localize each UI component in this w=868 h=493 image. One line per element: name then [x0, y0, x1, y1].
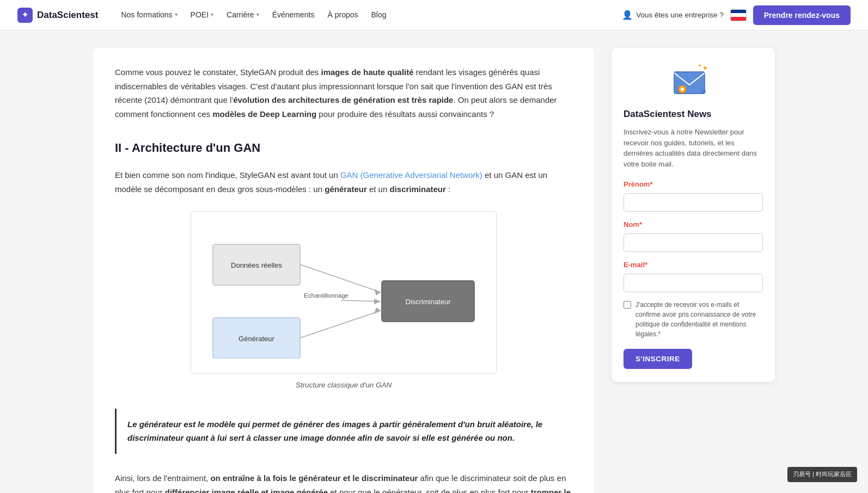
- svg-text:Echantillonnage: Echantillonnage: [304, 292, 349, 299]
- svg-text:✦: ✦: [698, 63, 702, 69]
- section2-heading: II - Architecture d'un GAN: [115, 138, 572, 157]
- newsletter-card: ✦ ✦ ⚙ DataScientest News Inscrivez-vous …: [612, 48, 775, 382]
- gan-link[interactable]: GAN (Generative Adversiarial Network): [340, 170, 482, 180]
- nav-item-blog[interactable]: Blog: [366, 4, 392, 25]
- main-content: Comme vous pouvez le constater, StyleGAN…: [93, 48, 594, 493]
- svg-marker-9: [374, 307, 381, 314]
- newsletter-icon: ✦ ✦ ⚙: [671, 61, 715, 99]
- cta-button[interactable]: Prendre rendez-vous: [753, 5, 851, 25]
- enterprise-link[interactable]: 👤 Vous êtes une entreprise ?: [622, 8, 724, 22]
- newsletter-title: DataScientest News: [624, 107, 763, 121]
- svg-marker-7: [374, 289, 381, 295]
- body-paragraph-1: Ainsi, lors de l'entraiment, on entraîne…: [115, 471, 572, 493]
- diagram-caption: Structure classique d'un GAN: [296, 379, 392, 391]
- enterprise-icon: 👤: [622, 8, 633, 22]
- consent-label: J'accepte de recevoir vos e-mails et con…: [635, 300, 763, 339]
- prenom-input[interactable]: [624, 193, 763, 212]
- nom-label: Nom*: [624, 219, 763, 231]
- nom-field: Nom*: [624, 219, 763, 252]
- consent-checkbox[interactable]: [624, 301, 631, 309]
- email-field: E-mail*: [624, 260, 763, 292]
- section2-intro: Et bien comme son nom l'indique, StyleGA…: [115, 168, 572, 196]
- navbar: ✦ DataScientest Nos formations ▾ POEI ▾ …: [0, 0, 868, 30]
- email-input[interactable]: [624, 274, 763, 292]
- prenom-label: Prénom*: [624, 179, 763, 190]
- quote-block: Le générateur est le modèle qui permet d…: [115, 409, 572, 454]
- svg-text:Données réelles: Données réelles: [231, 261, 282, 269]
- svg-point-17: [681, 88, 684, 91]
- logo[interactable]: ✦ DataScientest: [17, 8, 98, 23]
- page-wrapper: Comme vous pouvez le constater, StyleGAN…: [80, 30, 788, 493]
- nav-item-carriere[interactable]: Carrière ▾: [221, 4, 265, 25]
- svg-marker-11: [374, 299, 381, 304]
- chevron-down-icon: ▾: [211, 10, 213, 19]
- chevron-down-icon: ▾: [175, 10, 178, 19]
- nav-right: 👤 Vous êtes une entreprise ? Prendre ren…: [622, 5, 851, 25]
- language-flag[interactable]: [730, 9, 747, 21]
- newsletter-icon-row: ✦ ✦ ⚙: [624, 61, 763, 99]
- quote-text: Le générateur est le modèle qui permet d…: [127, 417, 561, 445]
- nom-input[interactable]: [624, 233, 763, 252]
- nav-item-formations[interactable]: Nos formations ▾: [115, 4, 182, 25]
- subscribe-button[interactable]: S'INSCRIRE: [624, 349, 692, 369]
- diagram-container: Données réelles Générateur Discriminateu…: [115, 211, 572, 391]
- svg-text:⚙: ⚙: [701, 89, 706, 95]
- logo-text: DataScientest: [37, 8, 98, 22]
- nav-links: Nos formations ▾ POEI ▾ Carrière ▾ Événe…: [115, 4, 622, 25]
- logo-icon: ✦: [17, 8, 33, 23]
- nav-item-poei[interactable]: POEI ▾: [185, 4, 219, 25]
- svg-line-8: [300, 311, 381, 338]
- intro-paragraph: Comme vous pouvez le constater, StyleGAN…: [115, 65, 572, 121]
- email-label: E-mail*: [624, 260, 763, 271]
- diagram-svg: Données réelles Générateur Discriminateu…: [191, 211, 497, 374]
- bottom-badge: 刃易号 | 时尚玩家岳叵: [787, 467, 857, 482]
- prenom-field: Prénom*: [624, 179, 763, 212]
- newsletter-description: Inscrivez-vous à notre Newsletter pour r…: [624, 127, 763, 169]
- nav-item-apropos[interactable]: À propos: [322, 4, 363, 25]
- consent-row: J'accepte de recevoir vos e-mails et con…: [624, 300, 763, 339]
- nav-item-evenements[interactable]: Événements: [267, 4, 320, 25]
- svg-line-6: [300, 264, 381, 292]
- svg-text:Discriminateur: Discriminateur: [405, 298, 451, 306]
- svg-text:✦: ✦: [702, 64, 708, 72]
- chevron-down-icon: ▾: [256, 10, 259, 19]
- svg-text:Générateur: Générateur: [239, 335, 274, 343]
- sidebar: ✦ ✦ ⚙ DataScientest News Inscrivez-vous …: [612, 48, 775, 493]
